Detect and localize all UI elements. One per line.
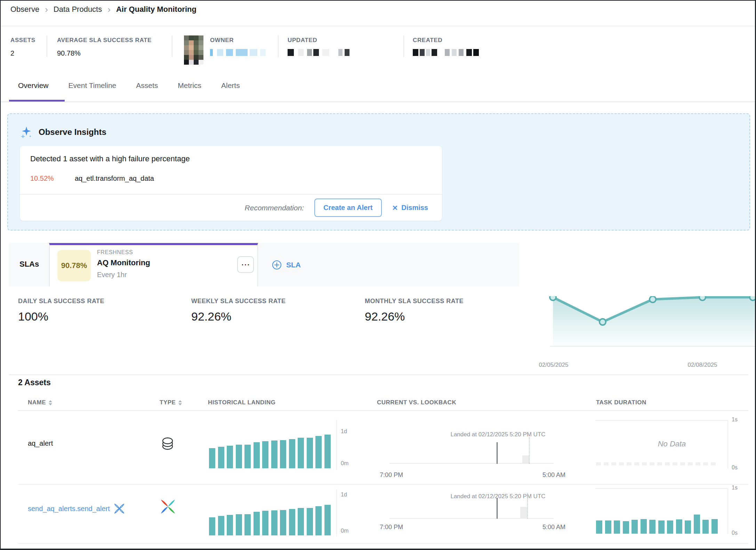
- stat-owner: OWNER: [210, 37, 266, 56]
- asset-name: aq_alert: [28, 439, 53, 447]
- daily-sla-rate: DAILY SLA SUCCESS RATE 100%: [18, 298, 104, 323]
- breadcrumb: Observe › Data Products › Air Quality Mo…: [10, 5, 196, 14]
- header-divider: [1, 26, 755, 26]
- sla-card-aq-monitoring[interactable]: 90.78% FRESHNESS AQ Monitoring Every 1hr…: [49, 243, 258, 288]
- sla-trend-chart: 02/05/2025 02/08/2025: [540, 296, 756, 373]
- sla-section-label: SLAs: [19, 260, 39, 269]
- insights-header: Observe Insights: [21, 126, 106, 138]
- sla-more-button[interactable]: ⋯: [237, 256, 254, 273]
- sla-trend-line: [540, 296, 756, 359]
- assets-table-header: NAME TYPE HISTORICAL LANDING CURRENT VS.…: [18, 399, 748, 410]
- airflow-type-icon: [160, 499, 176, 516]
- empty-chart-placeholder: [596, 462, 716, 466]
- assets-count-title: 2 Assets: [18, 378, 51, 387]
- stats-bar: ASSETS 2 AVERAGE SLA SUCCESS RATE 90.78%…: [1, 34, 755, 67]
- failure-percentage: 10.52%: [30, 175, 54, 183]
- updated-value-redacted: [288, 49, 349, 56]
- no-data-label: No Data: [630, 439, 714, 448]
- ellipsis-icon: ⋯: [241, 261, 250, 268]
- y-min-label: 0s: [732, 530, 738, 536]
- tab-bar: Overview Event Timeline Assets Metrics A…: [18, 81, 240, 90]
- stat-divider: [172, 35, 172, 57]
- create-alert-button[interactable]: Create an Alert: [314, 199, 382, 217]
- chart-top-border: [595, 420, 727, 421]
- tab-event-timeline[interactable]: Event Timeline: [69, 81, 116, 90]
- column-header-current-vs-lookback: CURRENT VS. LOOKBACK: [377, 399, 456, 406]
- sla-rates-panel: DAILY SLA SUCCESS RATE 100% WEEKLY SLA S…: [9, 286, 748, 375]
- historical-landing-chart: [209, 493, 332, 535]
- insight-headline: Detected 1 asset with a high failure per…: [30, 154, 190, 163]
- tab-overview[interactable]: Overview: [18, 81, 49, 90]
- lookback-window-box: [522, 455, 529, 464]
- y-min-label: 0s: [732, 464, 738, 471]
- failing-asset-name: aq_etl.transform_aq_data: [75, 175, 154, 183]
- y-max-label: 1d: [341, 428, 347, 435]
- table-row: aq_alert 1d 0m Landed at 02/12/2025 5:20…: [18, 412, 748, 485]
- y-max-label: 1s: [732, 485, 738, 491]
- chevron-right-icon: ›: [45, 6, 48, 13]
- breadcrumb-current-page: Air Quality Monitoring: [116, 5, 196, 14]
- insight-footer: Recommendation: Create an Alert ✕ Dismis…: [20, 195, 442, 221]
- expected-time-marker: [529, 437, 530, 464]
- breadcrumb-observe[interactable]: Observe: [10, 5, 39, 14]
- x-end-label: 5:00 AM: [542, 471, 565, 479]
- stat-divider: [278, 35, 279, 57]
- expected-time-marker: [527, 493, 528, 519]
- y-max-label: 1s: [732, 416, 738, 423]
- column-header-task-duration: TASK DURATION: [596, 399, 646, 406]
- airflow-outline-icon: [114, 503, 124, 514]
- sla-type-label: FRESHNESS: [97, 249, 133, 256]
- monthly-sla-rate: MONTHLY SLA SUCCESS RATE 92.26%: [365, 298, 464, 323]
- stat-assets: ASSETS 2: [10, 37, 35, 57]
- sla-schedule: Every 1hr: [97, 271, 127, 279]
- owner-avatar: [184, 35, 203, 65]
- landed-at-label: Landed at 02/12/2025 5:20 PM UTC: [421, 431, 574, 438]
- table-row: send_aq_alerts.send_alert 1d 0m Land: [18, 485, 748, 544]
- created-value-redacted: [413, 49, 479, 56]
- sla-success-badge: 90.78%: [57, 250, 91, 281]
- insight-card: Detected 1 asset with a high failure per…: [20, 146, 442, 221]
- tab-metrics[interactable]: Metrics: [178, 81, 201, 90]
- sort-icon: [178, 400, 182, 405]
- trend-start-date: 02/05/2025: [533, 362, 574, 369]
- asset-link[interactable]: send_aq_alerts.send_alert: [28, 503, 124, 514]
- add-sla-button[interactable]: SLA: [272, 243, 301, 286]
- table-header-divider: [18, 410, 748, 411]
- stat-updated: UPDATED: [288, 37, 349, 56]
- weekly-sla-rate: WEEKLY SLA SUCCESS RATE 92.26%: [191, 298, 286, 323]
- lookback-baseline: [389, 518, 554, 519]
- chevron-right-icon: ›: [107, 6, 111, 13]
- y-max-label: 1d: [341, 492, 347, 498]
- landed-at-label: Landed at 02/12/2025 5:20 PM UTC: [421, 493, 574, 500]
- lookback-window-box: [520, 507, 527, 519]
- tabs-divider: [1, 102, 755, 102]
- trend-end-date: 02/08/2025: [682, 362, 723, 369]
- y-min-label: 0m: [341, 528, 348, 534]
- sparkle-icon: [21, 126, 32, 138]
- chart-axis: [336, 489, 337, 536]
- tab-assets[interactable]: Assets: [136, 81, 158, 90]
- tab-alerts[interactable]: Alerts: [221, 81, 240, 90]
- stat-avg-sla: AVERAGE SLA SUCCESS RATE 90.78%: [57, 37, 152, 57]
- owner-value-redacted: [210, 49, 266, 56]
- column-header-name[interactable]: NAME: [28, 399, 52, 406]
- sort-icon: [49, 400, 52, 405]
- recommendation-label: Recommendation:: [245, 204, 304, 212]
- dismiss-button[interactable]: ✕ Dismiss: [392, 204, 428, 212]
- insights-title: Observe Insights: [39, 127, 106, 137]
- x-start-label: 7:00 PM: [380, 524, 403, 531]
- sla-name: AQ Monitoring: [97, 258, 150, 267]
- column-header-type[interactable]: TYPE: [160, 399, 182, 406]
- stat-divider: [47, 35, 47, 57]
- task-duration-chart: [596, 489, 721, 534]
- data-product-page: Observe › Data Products › Air Quality Mo…: [0, 0, 756, 550]
- landing-time-marker: [497, 442, 498, 464]
- y-min-label: 0m: [341, 460, 348, 467]
- stat-divider: [403, 35, 404, 57]
- close-icon: ✕: [392, 204, 398, 212]
- stat-created: CREATED: [413, 37, 479, 56]
- breadcrumb-data-products[interactable]: Data Products: [54, 5, 102, 14]
- circle-plus-icon: [272, 260, 282, 270]
- landing-time-marker: [497, 498, 498, 519]
- table-type-icon: [160, 436, 175, 453]
